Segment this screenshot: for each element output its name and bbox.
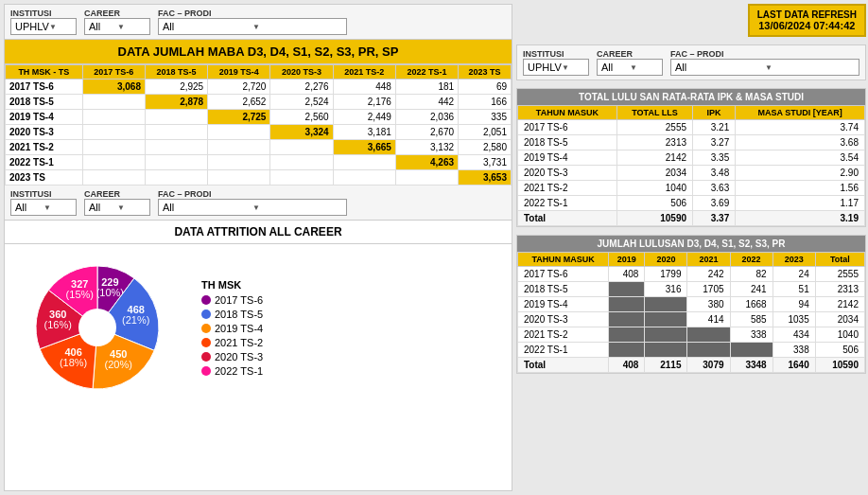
cohort-cell bbox=[82, 95, 145, 110]
lul-col-2020: 2020 bbox=[645, 253, 687, 267]
col-th-msk-ts: TH MSK - TS bbox=[6, 65, 83, 80]
ipk-col-masa: MASA STUDI [YEAR] bbox=[736, 106, 865, 120]
cohort-cell: 2,725 bbox=[208, 110, 270, 125]
lulusan-cell: 380 bbox=[687, 297, 730, 312]
cohort-cell bbox=[82, 140, 145, 155]
lulusan-cell: 1705 bbox=[687, 282, 730, 297]
lulusan-row: 2020 TS-341458510352034 bbox=[518, 312, 865, 327]
legend-dot bbox=[201, 352, 211, 362]
career-select[interactable]: All ▼ bbox=[84, 18, 150, 35]
ipk-col-tahun: TAHUN MASUK bbox=[518, 106, 617, 120]
lulusan-row: 2022 TS-1338506 bbox=[518, 343, 865, 358]
col-2021: 2021 TS-2 bbox=[333, 65, 395, 80]
legend-label: 2020 TS-3 bbox=[215, 351, 263, 362]
lulusan-cell: 338 bbox=[730, 327, 773, 343]
pie-pct-label: (21%) bbox=[122, 314, 149, 326]
cohort-cell bbox=[208, 155, 270, 170]
cohort-cell bbox=[145, 170, 207, 186]
career2-select[interactable]: All ▼ bbox=[84, 199, 150, 216]
cohort-cell bbox=[333, 155, 395, 170]
right-fac-label: FAC – PRODI bbox=[670, 49, 859, 59]
pie-pct-label: (18%) bbox=[60, 357, 87, 368]
lulusan-row: 2021 TS-23384341040 bbox=[518, 327, 865, 343]
lulusan-cell bbox=[645, 343, 687, 358]
fac2-arrow: ▼ bbox=[252, 203, 342, 212]
lulusan-cell: 242 bbox=[687, 267, 730, 282]
legend-dot bbox=[201, 295, 211, 305]
lulusan-cell: 2018 TS-5 bbox=[518, 282, 609, 297]
lulusan-cell: 2034 bbox=[815, 312, 864, 327]
right-fac-value: All bbox=[675, 62, 765, 73]
cohort-row: 2018 TS-52,8782,6522,5242,176442166 bbox=[6, 95, 512, 110]
career-filter-group: CAREER All ▼ bbox=[84, 9, 150, 35]
ipk-cell: 1040 bbox=[616, 181, 692, 196]
cohort-cell bbox=[82, 125, 145, 140]
right-institusi-select[interactable]: UPHLV ▼ bbox=[523, 59, 589, 76]
legend-item: 2017 TS-6 bbox=[201, 294, 263, 306]
ipk-cell: 2022 TS-1 bbox=[518, 196, 617, 211]
ipk-row: 2017 TS-625553.213.74 bbox=[518, 120, 865, 135]
institusi-filter-group: INSTITUSI UPHLV ▼ bbox=[10, 9, 77, 35]
fac-select[interactable]: All ▼ bbox=[158, 18, 347, 35]
cohort-row: 2022 TS-14,2633,731 bbox=[6, 155, 512, 170]
legend-label: 2017 TS-6 bbox=[215, 294, 263, 306]
cohort-cell bbox=[208, 170, 270, 186]
cohort-cell bbox=[145, 155, 207, 170]
ipk-cell: 3.27 bbox=[693, 135, 736, 150]
right-fac-select[interactable]: All ▼ bbox=[670, 59, 859, 76]
cohort-cell: 2017 TS-6 bbox=[6, 80, 83, 95]
ipk-cell: 3.37 bbox=[693, 211, 736, 226]
lulusan-cell: 1035 bbox=[773, 312, 815, 327]
lulusan-cell: 2555 bbox=[815, 267, 864, 282]
legend-dot bbox=[201, 309, 211, 319]
ipk-cell: 2018 TS-5 bbox=[518, 135, 617, 150]
right-institusi-group: INSTITUSI UPHLV ▼ bbox=[523, 49, 589, 76]
institusi2-select[interactable]: All ▼ bbox=[10, 199, 77, 216]
lulusan-cell: 1640 bbox=[773, 358, 815, 373]
col-2017: 2017 TS-6 bbox=[82, 65, 145, 80]
lulusan-cell: 1799 bbox=[645, 267, 687, 282]
right-institusi-value: UPHLV bbox=[528, 62, 562, 73]
fac2-select[interactable]: All ▼ bbox=[158, 199, 347, 216]
col-2019: 2019 TS-4 bbox=[208, 65, 270, 80]
ipk-row: 2018 TS-523133.273.68 bbox=[518, 135, 865, 150]
lulusan-cell: 506 bbox=[815, 343, 864, 358]
lulusan-cell: 2142 bbox=[815, 297, 864, 312]
ipk-row: 2021 TS-210403.631.56 bbox=[518, 181, 865, 196]
ipk-col-ipk: IPK bbox=[693, 106, 736, 120]
lulusan-cell bbox=[687, 343, 730, 358]
lulusan-title: JUMLAH LULUSAN D3, D4, S1, S2, S3, PR bbox=[517, 236, 865, 252]
lul-col-tahun: TAHUN MASUK bbox=[518, 253, 609, 267]
lulusan-cell bbox=[609, 297, 645, 312]
right-career-select[interactable]: All ▼ bbox=[597, 59, 663, 76]
ipk-cell: 2017 TS-6 bbox=[518, 120, 617, 135]
lulusan-cell bbox=[609, 327, 645, 343]
career2-value: All bbox=[89, 202, 117, 213]
attrition-title: DATA ATTRITION ALL CAREER bbox=[5, 221, 512, 244]
col-2023: 2023 TS bbox=[459, 65, 512, 80]
lulusan-row: 2019 TS-43801668942142 bbox=[518, 297, 865, 312]
institusi-select[interactable]: UPHLV ▼ bbox=[10, 18, 77, 35]
lulusan-row: 2018 TS-53161705241512313 bbox=[518, 282, 865, 297]
legend-item: 2020 TS-3 bbox=[201, 351, 263, 362]
lulusan-table: TAHUN MASUK 2019 2020 2021 2022 2023 Tot… bbox=[517, 252, 865, 373]
legend-dot bbox=[201, 366, 211, 376]
col-2018: 2018 TS-5 bbox=[145, 65, 207, 80]
ipk-cell: 3.35 bbox=[693, 150, 736, 166]
ipk-cell: Total bbox=[518, 211, 617, 226]
ipk-cell: 2.90 bbox=[736, 166, 865, 181]
pie-pct-label: (20%) bbox=[105, 359, 132, 370]
legend-item: 2021 TS-2 bbox=[201, 337, 263, 348]
lulusan-cell: 51 bbox=[773, 282, 815, 297]
fac-filter2-group: FAC – PRODI All ▼ bbox=[158, 189, 347, 216]
lulusan-cell bbox=[645, 327, 687, 343]
ipk-cell: 2555 bbox=[616, 120, 692, 135]
ipk-cell: 10590 bbox=[616, 211, 692, 226]
cohort-cell bbox=[270, 140, 333, 155]
cohort-cell: 2,176 bbox=[333, 95, 395, 110]
cohort-cell: 3,731 bbox=[459, 155, 512, 170]
ipk-cell: 2034 bbox=[616, 166, 692, 181]
institusi-value: UPHLV bbox=[15, 21, 49, 32]
pie-pct-label: (15%) bbox=[66, 289, 94, 300]
fac-label: FAC – PRODI bbox=[158, 9, 347, 18]
